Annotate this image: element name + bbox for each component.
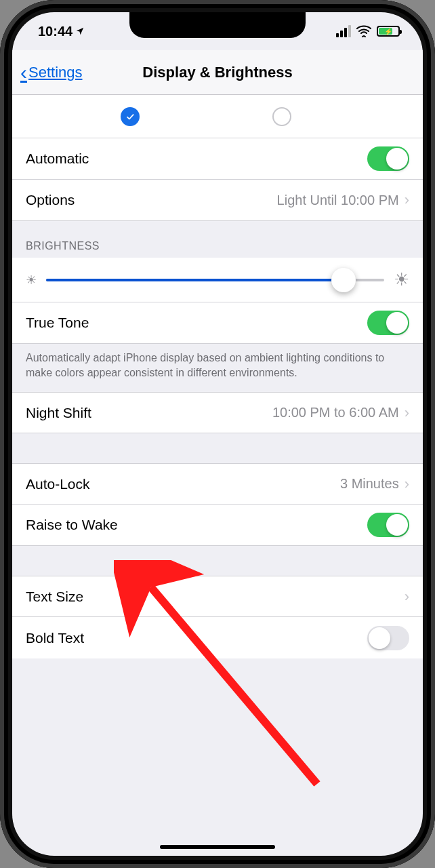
auto-lock-label: Auto-Lock (26, 476, 340, 492)
automatic-toggle[interactable] (367, 146, 409, 171)
location-icon (75, 24, 85, 39)
true-tone-footnote: Automatically adapt iPhone display based… (12, 344, 423, 392)
options-label: Options (26, 192, 277, 208)
brightness-slider-thumb[interactable] (331, 268, 356, 292)
options-row[interactable]: Options Light Until 10:00 PM › (12, 180, 423, 221)
raise-to-wake-label: Raise to Wake (26, 517, 367, 533)
text-size-row[interactable]: Text Size › (12, 576, 423, 617)
chevron-right-icon: › (405, 404, 409, 422)
home-indicator[interactable] (160, 845, 275, 849)
raise-to-wake-row: Raise to Wake (12, 505, 423, 546)
automatic-row: Automatic (12, 138, 423, 180)
raise-to-wake-toggle[interactable] (367, 513, 409, 537)
true-tone-row: True Tone (12, 302, 423, 344)
battery-icon: ⚡ (377, 26, 400, 37)
sun-small-icon: ☀ (26, 273, 37, 288)
night-shift-label: Night Shift (26, 405, 272, 421)
night-shift-row[interactable]: Night Shift 10:00 PM to 6:00 AM › (12, 392, 423, 433)
navigation-bar: ‹ Settings Display & Brightness (12, 50, 423, 95)
bold-text-label: Bold Text (26, 630, 367, 646)
content-area: Automatic Options Light Until 10:00 PM ›… (12, 95, 423, 856)
chevron-left-icon: ‹ (20, 61, 27, 84)
bold-text-toggle[interactable] (367, 626, 409, 650)
true-tone-toggle[interactable] (367, 311, 409, 335)
section-gap (12, 546, 423, 576)
options-value: Light Until 10:00 PM (277, 193, 399, 208)
text-size-label: Text Size (26, 589, 405, 605)
wifi-icon (356, 25, 371, 37)
sun-large-icon: ☀ (394, 269, 409, 290)
appearance-light-radio[interactable] (121, 107, 140, 126)
section-gap (12, 433, 423, 463)
brightness-header: BRIGHTNESS (12, 221, 423, 258)
auto-lock-value: 3 Minutes (340, 476, 399, 492)
notch (129, 12, 306, 38)
bold-text-row: Bold Text (12, 617, 423, 658)
brightness-slider-row: ☀ ☀ (12, 258, 423, 302)
cellular-signal-icon (336, 25, 351, 37)
appearance-dark-radio[interactable] (272, 107, 291, 126)
device-frame: 10:44 ⚡ ‹ Settings Display & Brightne (0, 0, 435, 868)
back-label: Settings (28, 64, 83, 81)
night-shift-value: 10:00 PM to 6:00 AM (272, 405, 399, 420)
brightness-slider[interactable] (46, 279, 384, 281)
back-button[interactable]: ‹ Settings (20, 61, 83, 84)
chevron-right-icon: › (405, 191, 409, 209)
page-title: Display & Brightness (142, 64, 292, 81)
true-tone-label: True Tone (26, 315, 367, 331)
screen: 10:44 ⚡ ‹ Settings Display & Brightne (12, 12, 423, 856)
chevron-right-icon: › (405, 475, 409, 493)
auto-lock-row[interactable]: Auto-Lock 3 Minutes › (12, 463, 423, 505)
chevron-right-icon: › (405, 588, 409, 606)
status-time: 10:44 (38, 24, 72, 39)
automatic-label: Automatic (26, 151, 367, 167)
appearance-selection-row (12, 95, 423, 138)
